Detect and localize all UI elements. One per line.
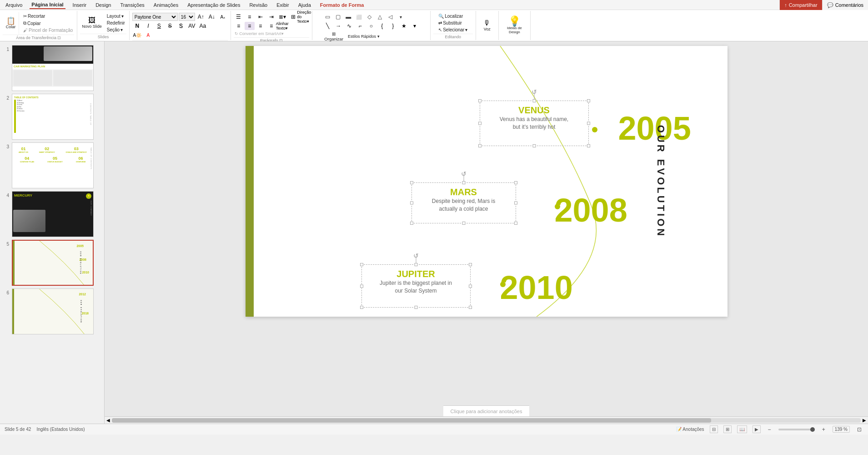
elbow-icon[interactable]: ⌐ [355,22,365,30]
selecionar-button[interactable]: ↖Selecionar▾ [437,27,469,33]
slide-sorter-button[interactable]: ⊞ [723,425,732,433]
menu-exibir[interactable]: Exibir [275,1,291,9]
slide-thumb-6[interactable]: 6 2012 2018 OUR EVOLUTION [2,288,102,334]
decrease-indent-button[interactable]: ⇤ [256,13,266,21]
jupiter-node[interactable]: ↺ JUPITER Jupiter is the biggest planet … [368,269,464,295]
new-slide-button[interactable]: 🖼 Novo Slide [80,15,104,31]
menu-design[interactable]: Design [94,1,113,9]
font-size-select[interactable]: 16 [179,13,195,21]
menu-revisao[interactable]: Revisão [247,1,269,9]
numbered-list-button[interactable]: ≡ [245,13,255,21]
slide-thumb-3[interactable]: 3 01ABOUT US 02HABIT STRATEGY 03GOALS AN… [2,142,102,188]
curve-icon[interactable]: ∿ [344,22,354,30]
menu-ajuda[interactable]: Ajuda [296,1,313,9]
change-case-button[interactable]: Aa [198,22,208,30]
zoom-level[interactable]: 139 % [833,426,850,433]
decrease-font-button[interactable]: A↓ [207,13,217,21]
strikethrough-button[interactable]: S [165,22,175,30]
char-spacing-button[interactable]: AV [187,22,197,30]
menu-transicoes[interactable]: Transições [118,1,146,9]
font-color-button[interactable]: A [143,31,153,39]
notes-view-button[interactable]: 📝Anotações [676,427,704,432]
paste-button[interactable]: 📋 Colar [3,12,19,35]
align-center-button[interactable]: ≡ [245,22,255,30]
shape-rounded-rect-icon[interactable]: ▢ [333,13,343,21]
ideas-design-button[interactable]: 💡 Ideias deDesign [505,15,523,35]
slide-image-4[interactable]: MERCURY 💡 OUR COMPANY [12,191,94,237]
scrollbar-thumb[interactable] [112,418,711,423]
slide-image-6[interactable]: 2012 2018 OUR EVOLUTION [12,288,94,334]
slide-thumb-4[interactable]: 4 MERCURY 💡 OUR COMPANY [2,191,102,237]
localizar-button[interactable]: 🔍Localizar [437,13,469,19]
menu-apresentacao[interactable]: Apresentação de Slides [186,1,242,9]
shadow-button[interactable]: S [176,22,186,30]
fit-window-button[interactable]: ⊡ [855,426,863,433]
substituir-button[interactable]: ⇄Substituir [437,20,469,26]
align-right-button[interactable]: ≡ [256,22,266,30]
zoom-slider[interactable] [778,429,815,430]
copy-button[interactable]: ⧉Copiar [22,20,74,26]
shape-rounded2-icon[interactable]: ⬜ [354,13,364,21]
slide-image-5[interactable]: 2005 2008 2010 OUR EVOLUTION [12,240,94,286]
circle-icon[interactable]: ○ [366,22,376,30]
menu-inserir[interactable]: Inserir [71,1,89,9]
organizar-button[interactable]: ⊞Organizar [322,31,345,42]
slide-thumb-2[interactable]: 2 TABLE OF CONTENTS 01 About02 Strategy0… [2,94,102,140]
normal-view-button[interactable]: ⊟ [710,425,718,433]
comments-button[interactable]: 💬 Comentários [822,0,868,10]
increase-indent-button[interactable]: ⇥ [266,13,276,21]
slide-thumb-1[interactable]: 1 CAR MARKETING PLAN [2,45,102,91]
clear-format-button[interactable]: Aₓ [218,13,228,21]
shapes-dropdown-icon[interactable]: ▾ [410,22,420,30]
secao-button[interactable]: Seção▾ [105,27,126,33]
zoom-in-button[interactable]: + [820,426,827,433]
redefinir-button[interactable]: Redefinir [105,20,126,26]
slide-image-1[interactable]: CAR MARKETING PLAN [12,45,94,91]
slide-image-2[interactable]: TABLE OF CONTENTS 01 About02 Strategy03 … [12,94,94,140]
shape-tri-icon[interactable]: △ [375,13,385,21]
format-painter-button[interactable]: 🖌Pincel de Formatação [22,27,74,33]
underline-button[interactable]: S [154,22,164,30]
menu-formato-forma[interactable]: Formato de Forma [318,1,366,9]
star-icon[interactable]: ★ [399,22,409,30]
slide-image-3[interactable]: 01ABOUT US 02HABIT STRATEGY 03GOALS AND … [12,142,94,188]
shape-rect2-icon[interactable]: ▬ [343,13,353,21]
shape-rtri-icon[interactable]: ◁ [385,13,395,21]
slide-thumb-5[interactable]: 5 2005 2008 2010 OUR EVOLUTION [2,240,102,286]
layout-button[interactable]: Layout▾ [105,13,126,19]
align-left-button[interactable]: ≡ [234,22,244,30]
zoom-out-button[interactable]: − [766,426,773,433]
bracket2-icon[interactable]: } [388,22,398,30]
menu-arquivo[interactable]: Arquivo [4,1,24,9]
notes-placeholder[interactable]: Clique para adicionar anotações [451,409,522,414]
menu-animacoes[interactable]: Animações [152,1,180,9]
bracket-icon[interactable]: { [377,22,387,30]
shape-diamond-icon[interactable]: ◇ [364,13,374,21]
shape-more-icon[interactable]: ▾ [396,13,406,21]
bullet-list-button[interactable]: ☰ [234,13,244,21]
highlight-button[interactable]: A🔆 [132,31,142,39]
slideshow-button[interactable]: ▶ [753,425,761,433]
line-icon[interactable]: ╲ [322,22,332,30]
menu-pagina-inicial[interactable]: Página Inicial [30,1,65,9]
voz-button[interactable]: 🎙 Voz [481,17,493,34]
scroll-left-button[interactable]: ◀ [106,418,110,423]
bold-button[interactable]: N [132,22,142,30]
text-direction-button[interactable]: Direção do Texto▾ [299,13,309,21]
scroll-right-button[interactable]: ▶ [863,418,866,423]
italic-button[interactable]: I [143,22,153,30]
estilos-rapidos-button[interactable]: Estilos Rápidos ▾ [346,34,381,39]
venus-node[interactable]: ↺ VENUS Venus has a beautiful name, but … [487,105,582,131]
arrow-icon[interactable]: → [333,22,343,30]
reading-view-button[interactable]: 📖 [737,425,747,433]
font-name-select[interactable]: Paytone One [132,13,178,21]
clipboard-expand-icon[interactable]: ⊡ [57,35,61,40]
align-text-button[interactable]: Alinhar Texto▾ [277,22,287,30]
shape-rect-icon[interactable]: ▭ [322,13,332,21]
scrollbar-track[interactable] [112,418,861,423]
cut-button[interactable]: ✂Recortar [22,13,74,19]
justify-button[interactable]: ≡ [266,22,276,30]
convert-smartart-button[interactable]: ↻ Converter em SmartArt▾ [234,31,285,36]
share-button[interactable]: ↑ Compartilhar [779,0,822,10]
mars-node[interactable]: ↺ MARS Despite being red, Mars is actual… [418,187,509,213]
